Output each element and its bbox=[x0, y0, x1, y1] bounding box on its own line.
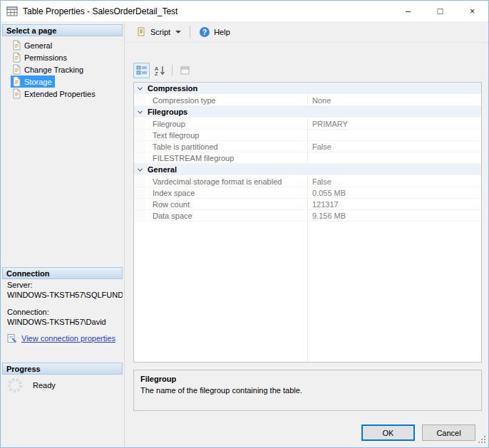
page-icon bbox=[11, 76, 21, 87]
property-name: Compression type bbox=[145, 95, 308, 105]
property-row[interactable]: Compression type None bbox=[134, 95, 481, 106]
sidebar-item-general[interactable]: General bbox=[11, 39, 123, 51]
chevron-down-icon bbox=[175, 31, 181, 33]
property-value[interactable]: False bbox=[308, 176, 481, 187]
connection-value: WINDOWS-TKSTH57\David bbox=[7, 317, 123, 327]
server-label: Server: bbox=[7, 280, 123, 290]
view-connection-properties[interactable]: View connection properties bbox=[7, 333, 123, 343]
main-toolbar: Script ? Help bbox=[125, 22, 488, 43]
row-gutter bbox=[134, 187, 145, 198]
help-button-label: Help bbox=[214, 28, 230, 36]
titlebar: Table Properties - SalesOrderDetail_Test… bbox=[1, 1, 488, 22]
resize-grip[interactable] bbox=[478, 435, 487, 446]
property-row[interactable]: Row count 121317 bbox=[134, 199, 481, 210]
window-controls: – □ × bbox=[392, 1, 488, 21]
script-button[interactable]: Script bbox=[130, 24, 186, 41]
sidebar-item-label: Permissions bbox=[24, 53, 67, 62]
toolbar-separator bbox=[172, 65, 173, 76]
connection-properties-icon bbox=[7, 333, 17, 343]
category-name: General bbox=[146, 165, 177, 174]
ok-button[interactable]: OK bbox=[361, 424, 415, 441]
property-row[interactable]: Table is partitioned False bbox=[134, 141, 481, 152]
dialog-body: Select a page Gener bbox=[1, 22, 488, 447]
sidebar-item-label: Storage bbox=[24, 78, 52, 86]
sidebar-item-label: Extended Properties bbox=[24, 90, 96, 98]
progress-status-row: Ready bbox=[6, 377, 56, 394]
select-a-page-header: Select a page bbox=[2, 24, 123, 36]
close-button[interactable]: × bbox=[456, 1, 488, 21]
progress-spinner-icon bbox=[6, 377, 24, 394]
chevron-down-icon[interactable] bbox=[134, 168, 146, 172]
sidebar-item-label: General bbox=[24, 41, 52, 50]
help-icon: ? bbox=[199, 26, 210, 38]
svg-text:Z: Z bbox=[155, 71, 158, 76]
row-gutter bbox=[134, 95, 145, 105]
property-row[interactable]: FILESTREAM filegroup bbox=[134, 152, 481, 164]
sidebar-item-change-tracking[interactable]: Change Tracking bbox=[11, 63, 123, 75]
page-icon bbox=[11, 52, 21, 63]
window-title: Table Properties - SalesOrderDetail_Test bbox=[23, 6, 177, 16]
minimize-button[interactable]: – bbox=[392, 1, 424, 21]
category-row-general[interactable]: General bbox=[134, 164, 481, 176]
sidebar: Select a page Gener bbox=[1, 22, 125, 447]
alphabetical-sort-icon[interactable]: A Z bbox=[151, 63, 168, 78]
script-button-label: Script bbox=[150, 28, 170, 36]
property-row[interactable]: Filegroup PRIMARY bbox=[134, 118, 481, 130]
help-button[interactable]: ? Help bbox=[194, 24, 235, 41]
property-name: Index space bbox=[145, 187, 308, 198]
property-value[interactable]: 9.156 MB bbox=[308, 210, 481, 221]
property-name: Data space bbox=[145, 210, 308, 221]
row-gutter bbox=[134, 130, 145, 140]
property-row[interactable]: Vardecimal storage format is enabled Fal… bbox=[134, 176, 481, 187]
property-description-panel: Filegroup The name of the filegroup cont… bbox=[133, 370, 482, 411]
description-text: The name of the filegroup containing the… bbox=[140, 386, 475, 395]
property-value[interactable]: PRIMARY bbox=[308, 118, 481, 129]
description-title: Filegroup bbox=[140, 375, 475, 383]
row-gutter bbox=[134, 152, 145, 163]
property-grid-toolbar: A Z bbox=[133, 62, 193, 79]
row-gutter bbox=[134, 141, 145, 152]
property-grid: Compression Compression type None Filegr… bbox=[133, 82, 482, 363]
maximize-button[interactable]: □ bbox=[424, 1, 456, 21]
main-pane: Script ? Help bbox=[125, 22, 488, 447]
sidebar-item-label: Change Tracking bbox=[24, 66, 83, 74]
row-gutter bbox=[134, 176, 145, 187]
page-icon bbox=[11, 88, 21, 99]
property-name: Filegroup bbox=[145, 118, 308, 129]
property-row[interactable]: Text filegroup bbox=[134, 130, 481, 141]
property-pages-icon bbox=[177, 63, 193, 78]
property-value[interactable]: False bbox=[308, 141, 481, 152]
connection-info: Server: WINDOWS-TKSTH57\SQLFUND Connecti… bbox=[7, 280, 123, 343]
category-row-filegroups[interactable]: Filegroups bbox=[134, 106, 481, 118]
sidebar-item-permissions[interactable]: Permissions bbox=[11, 51, 123, 63]
view-connection-properties-link[interactable]: View connection properties bbox=[21, 333, 115, 343]
progress-status-text: Ready bbox=[33, 381, 56, 390]
toolbar-separator bbox=[190, 26, 190, 38]
category-row-compression[interactable]: Compression bbox=[134, 83, 481, 95]
property-value[interactable] bbox=[308, 130, 481, 140]
property-name: Row count bbox=[145, 199, 308, 209]
category-name: Filegroups bbox=[146, 108, 187, 116]
svg-text:?: ? bbox=[202, 28, 207, 36]
property-value[interactable]: 121317 bbox=[308, 199, 481, 209]
property-row[interactable]: Index space 0.055 MB bbox=[134, 187, 481, 199]
property-value[interactable] bbox=[308, 152, 481, 163]
sidebar-item-storage[interactable]: Storage bbox=[11, 75, 123, 88]
script-file-icon bbox=[135, 26, 147, 38]
property-value[interactable]: 0.055 MB bbox=[308, 187, 481, 198]
row-gutter bbox=[134, 118, 145, 129]
chevron-down-icon[interactable] bbox=[134, 87, 146, 90]
sidebar-item-extended-properties[interactable]: Extended Properties bbox=[11, 88, 123, 100]
table-properties-dialog: Table Properties - SalesOrderDetail_Test… bbox=[0, 0, 489, 448]
category-name: Compression bbox=[146, 84, 197, 93]
server-value: WINDOWS-TKSTH57\SQLFUND bbox=[7, 290, 123, 300]
page-icon bbox=[11, 64, 21, 75]
dialog-footer: OK Cancel bbox=[361, 424, 475, 441]
property-row[interactable]: Data space 9.156 MB bbox=[134, 210, 481, 222]
categorized-view-icon[interactable] bbox=[133, 63, 150, 78]
cancel-button[interactable]: Cancel bbox=[422, 424, 475, 441]
property-name: Vardecimal storage format is enabled bbox=[145, 176, 308, 187]
chevron-down-icon[interactable] bbox=[134, 110, 146, 114]
property-value[interactable]: None bbox=[308, 95, 481, 105]
table-icon bbox=[6, 6, 18, 17]
